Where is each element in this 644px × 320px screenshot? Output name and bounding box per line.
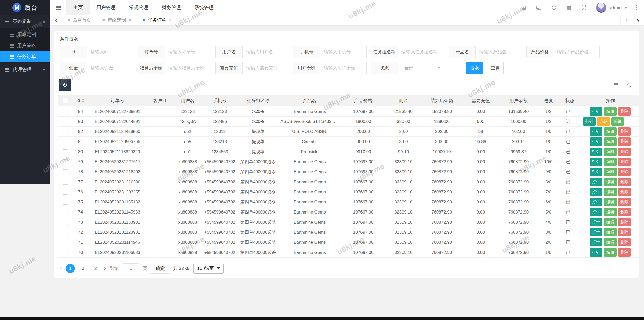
sidebar-item-任务订单[interactable]: 任务订单: [0, 51, 50, 62]
action-button-编辑[interactable]: 编辑: [604, 228, 617, 236]
row-checkbox[interactable]: [63, 109, 68, 114]
action-button-编辑[interactable]: 编辑: [604, 188, 617, 196]
goto-page-input[interactable]: [123, 263, 139, 273]
row-checkbox[interactable]: [63, 250, 68, 255]
tab-任务订单[interactable]: 任务订单×: [137, 15, 177, 25]
nav-item-系统管理[interactable]: 系统管理: [188, 0, 220, 15]
goto-confirm-button[interactable]: 确定: [151, 263, 169, 274]
action-button-编辑[interactable]: 编辑: [604, 168, 617, 176]
action-button-编辑[interactable]: 编辑: [604, 137, 617, 146]
action-button-编辑[interactable]: 编辑: [604, 198, 617, 206]
row-checkbox[interactable]: [63, 240, 68, 245]
row-checkbox[interactable]: [63, 139, 68, 144]
page-prev-icon[interactable]: ‹: [60, 265, 62, 272]
field-input-产品价格[interactable]: [553, 46, 600, 58]
action-button-删除[interactable]: 删除: [618, 168, 631, 176]
action-button-删除[interactable]: 删除: [618, 127, 631, 136]
row-checkbox[interactable]: [63, 149, 68, 154]
action-button-打针[interactable]: 打针: [590, 127, 602, 136]
action-button-编辑[interactable]: 编辑: [611, 117, 624, 126]
page-next-icon[interactable]: ›: [104, 265, 106, 272]
row-checkbox[interactable]: [63, 180, 68, 185]
field-input-佣金[interactable]: [87, 62, 133, 74]
sidebar-group-代理管理[interactable]: 代理管理∨: [0, 63, 50, 76]
select-all-checkbox[interactable]: [63, 98, 68, 103]
action-button-删除[interactable]: 删除: [618, 238, 631, 246]
row-checkbox[interactable]: [63, 210, 68, 215]
action-button-编辑[interactable]: 编辑: [604, 238, 617, 246]
action-button-删除[interactable]: 删除: [618, 148, 631, 156]
search-button[interactable]: 搜索: [466, 62, 483, 74]
action-button-打针[interactable]: 打针: [590, 168, 602, 176]
action-button-编辑[interactable]: 编辑: [604, 148, 617, 156]
row-checkbox[interactable]: [63, 200, 68, 205]
field-input-结算后余额[interactable]: [165, 62, 211, 74]
close-icon[interactable]: ×: [129, 17, 131, 23]
action-button-编辑[interactable]: 编辑: [604, 127, 617, 136]
more-dots-icon[interactable]: [636, 5, 637, 10]
action-button-打针[interactable]: 打针: [590, 137, 602, 146]
field-input-手机号[interactable]: [320, 46, 367, 58]
action-button-编辑[interactable]: 编辑: [604, 158, 617, 166]
action-button-删除[interactable]: 删除: [618, 198, 631, 206]
action-button-编辑[interactable]: 编辑: [604, 208, 617, 216]
close-icon[interactable]: ×: [169, 17, 172, 23]
action-button-删除[interactable]: 删除: [618, 158, 631, 166]
action-button-打针[interactable]: 打针: [590, 158, 602, 166]
page-button-2[interactable]: 2: [78, 264, 88, 273]
action-button-打针[interactable]: 打针: [590, 148, 602, 156]
reset-button[interactable]: 重置: [487, 62, 504, 74]
tabs-scroll-left-icon[interactable]: ‹: [50, 15, 62, 25]
tab-策略定制[interactable]: 策略定制×: [97, 15, 137, 25]
row-checkbox[interactable]: [63, 129, 68, 134]
field-input-产品名[interactable]: [476, 46, 522, 58]
avatar[interactable]: [596, 3, 606, 13]
status-select[interactable]: - 全部 -: [398, 62, 444, 74]
sidebar-group-策略定制[interactable]: 策略定制∧: [0, 15, 50, 28]
action-button-删除[interactable]: 删除: [618, 107, 631, 116]
action-button-删除[interactable]: 删除: [618, 228, 631, 236]
action-button-冻结[interactable]: 冻结: [597, 117, 610, 126]
sidebar-item-用户策略[interactable]: 用户策略: [0, 40, 50, 51]
action-button-打针[interactable]: 打针: [590, 228, 602, 236]
page-button-3[interactable]: 3: [91, 264, 100, 273]
action-button-编辑[interactable]: 编辑: [604, 107, 617, 116]
action-button-编辑[interactable]: 编辑: [604, 218, 617, 226]
row-checkbox[interactable]: [63, 119, 68, 124]
tab-后台首页[interactable]: 后台首页: [62, 15, 97, 25]
action-button-打针[interactable]: 打针: [590, 107, 602, 116]
per-page-select[interactable]: 15 条/页: [193, 263, 224, 274]
action-button-打针[interactable]: 打针: [583, 117, 596, 126]
action-button-编辑[interactable]: 编辑: [604, 248, 617, 257]
nav-item-主页[interactable]: 主页: [66, 0, 90, 15]
action-button-打针[interactable]: 打针: [590, 188, 602, 196]
row-checkbox[interactable]: [63, 220, 68, 225]
action-button-删除[interactable]: 删除: [618, 137, 631, 146]
action-button-打针[interactable]: 打针: [590, 198, 602, 206]
sort-icon[interactable]: [82, 99, 84, 102]
action-button-打针[interactable]: 打针: [590, 178, 602, 186]
row-checkbox[interactable]: [63, 159, 68, 164]
columns-icon[interactable]: [611, 80, 621, 90]
row-checkbox[interactable]: [63, 190, 68, 195]
action-button-编辑[interactable]: 编辑: [604, 178, 617, 186]
row-checkbox[interactable]: [63, 169, 68, 174]
action-button-删除[interactable]: 删除: [618, 218, 631, 226]
trash-icon[interactable]: [566, 5, 572, 11]
nav-item-用户管理[interactable]: 用户管理: [90, 0, 122, 15]
field-input-订单号[interactable]: [165, 46, 211, 58]
field-input-id[interactable]: [87, 46, 133, 58]
row-checkbox[interactable]: [63, 230, 68, 235]
field-input-用户余额[interactable]: [320, 62, 367, 74]
tabs-menu-icon[interactable]: ∨: [632, 15, 644, 25]
sidebar-item-策略定制[interactable]: 策略定制: [0, 29, 50, 40]
page-button-1[interactable]: 1: [66, 264, 75, 273]
search-icon[interactable]: [624, 80, 634, 90]
action-button-删除[interactable]: 删除: [618, 208, 631, 216]
field-input-用户名[interactable]: [243, 46, 289, 58]
action-button-删除[interactable]: 删除: [618, 248, 631, 257]
fullscreen-icon[interactable]: [581, 5, 587, 11]
chart-bar-icon[interactable]: [521, 5, 527, 11]
field-input-需要充值[interactable]: [243, 62, 289, 74]
refresh-icon[interactable]: [551, 5, 557, 11]
